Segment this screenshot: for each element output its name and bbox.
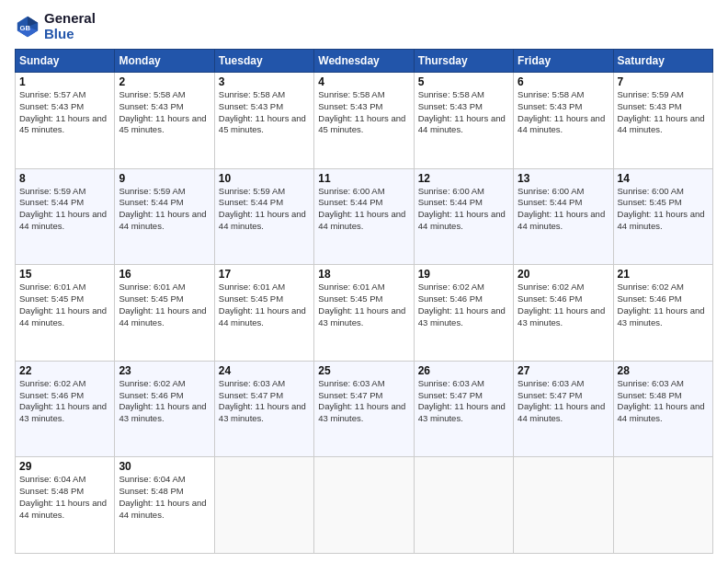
day-number: 24 [219, 364, 310, 377]
day-cell: 7 Sunrise: 5:59 AM Sunset: 5:43 PM Dayli… [613, 73, 712, 169]
cell-info: Sunrise: 5:58 AM Sunset: 5:43 PM Dayligh… [518, 89, 609, 136]
day-number: 23 [119, 364, 210, 377]
day-number: 14 [618, 172, 709, 185]
day-cell: 20 Sunrise: 6:02 AM Sunset: 5:46 PM Dayl… [514, 265, 613, 362]
day-number: 7 [618, 75, 709, 88]
day-cell: 11 Sunrise: 6:00 AM Sunset: 5:44 PM Dayl… [314, 168, 414, 265]
week-row-2: 8 Sunrise: 5:59 AM Sunset: 5:44 PM Dayli… [16, 168, 713, 265]
day-cell: 27 Sunrise: 6:03 AM Sunset: 5:47 PM Dayl… [514, 361, 613, 457]
day-cell [613, 457, 712, 554]
day-number: 16 [119, 268, 210, 281]
day-number: 19 [418, 268, 509, 281]
cell-info: Sunrise: 6:03 AM Sunset: 5:47 PM Dayligh… [219, 378, 310, 425]
cell-info: Sunrise: 6:02 AM Sunset: 5:46 PM Dayligh… [119, 378, 210, 425]
day-cell: 12 Sunrise: 6:00 AM Sunset: 5:44 PM Dayl… [414, 168, 513, 265]
cell-info: Sunrise: 5:59 AM Sunset: 5:44 PM Dayligh… [119, 186, 210, 233]
logo: GB General Blue [15, 11, 96, 41]
weekday-header-row: SundayMondayTuesdayWednesdayThursdayFrid… [16, 50, 713, 73]
cell-info: Sunrise: 5:58 AM Sunset: 5:43 PM Dayligh… [418, 89, 509, 136]
day-cell [214, 457, 313, 554]
day-cell: 2 Sunrise: 5:58 AM Sunset: 5:43 PM Dayli… [115, 73, 214, 169]
cell-info: Sunrise: 6:02 AM Sunset: 5:46 PM Dayligh… [518, 282, 609, 328]
weekday-thursday: Thursday [414, 50, 513, 73]
day-number: 21 [618, 268, 709, 281]
day-cell: 13 Sunrise: 6:00 AM Sunset: 5:44 PM Dayl… [514, 168, 613, 265]
day-number: 17 [219, 268, 310, 281]
day-number: 20 [518, 268, 609, 281]
weekday-saturday: Saturday [613, 50, 712, 73]
week-row-5: 29 Sunrise: 6:04 AM Sunset: 5:48 PM Dayl… [16, 457, 713, 554]
day-cell: 30 Sunrise: 6:04 AM Sunset: 5:48 PM Dayl… [115, 457, 214, 554]
day-cell: 14 Sunrise: 6:00 AM Sunset: 5:45 PM Dayl… [613, 168, 712, 265]
day-cell: 10 Sunrise: 5:59 AM Sunset: 5:44 PM Dayl… [214, 168, 313, 265]
cell-info: Sunrise: 6:02 AM Sunset: 5:46 PM Dayligh… [418, 282, 509, 328]
day-cell: 21 Sunrise: 6:02 AM Sunset: 5:46 PM Dayl… [613, 265, 712, 362]
logo-icon: GB [15, 14, 40, 40]
cell-info: Sunrise: 6:03 AM Sunset: 5:47 PM Dayligh… [318, 378, 409, 425]
day-cell: 28 Sunrise: 6:03 AM Sunset: 5:48 PM Dayl… [613, 361, 712, 457]
cell-info: Sunrise: 6:04 AM Sunset: 5:48 PM Dayligh… [119, 474, 210, 521]
cell-info: Sunrise: 6:03 AM Sunset: 5:47 PM Dayligh… [518, 378, 609, 425]
cell-info: Sunrise: 6:03 AM Sunset: 5:47 PM Dayligh… [418, 378, 509, 425]
day-cell: 24 Sunrise: 6:03 AM Sunset: 5:47 PM Dayl… [214, 361, 313, 457]
weekday-friday: Friday [514, 50, 613, 73]
cell-info: Sunrise: 5:58 AM Sunset: 5:43 PM Dayligh… [219, 89, 310, 136]
day-cell: 15 Sunrise: 6:01 AM Sunset: 5:45 PM Dayl… [16, 265, 115, 362]
day-cell: 9 Sunrise: 5:59 AM Sunset: 5:44 PM Dayli… [115, 168, 214, 265]
week-row-4: 22 Sunrise: 6:02 AM Sunset: 5:46 PM Dayl… [16, 361, 713, 457]
day-number: 9 [119, 172, 210, 185]
day-cell: 26 Sunrise: 6:03 AM Sunset: 5:47 PM Dayl… [414, 361, 513, 457]
cell-info: Sunrise: 5:59 AM Sunset: 5:44 PM Dayligh… [219, 186, 310, 233]
week-row-3: 15 Sunrise: 6:01 AM Sunset: 5:45 PM Dayl… [16, 265, 713, 362]
day-number: 2 [119, 75, 210, 88]
day-number: 27 [518, 364, 609, 377]
day-number: 18 [318, 268, 409, 281]
day-cell: 22 Sunrise: 6:02 AM Sunset: 5:46 PM Dayl… [16, 361, 115, 457]
weekday-monday: Monday [115, 50, 214, 73]
day-cell: 23 Sunrise: 6:02 AM Sunset: 5:46 PM Dayl… [115, 361, 214, 457]
cell-info: Sunrise: 6:04 AM Sunset: 5:48 PM Dayligh… [19, 474, 110, 521]
day-cell [514, 457, 613, 554]
day-cell: 25 Sunrise: 6:03 AM Sunset: 5:47 PM Dayl… [314, 361, 414, 457]
cell-info: Sunrise: 6:00 AM Sunset: 5:44 PM Dayligh… [418, 186, 509, 233]
cell-info: Sunrise: 6:00 AM Sunset: 5:44 PM Dayligh… [318, 186, 409, 233]
week-row-1: 1 Sunrise: 5:57 AM Sunset: 5:43 PM Dayli… [16, 73, 713, 169]
calendar-table: SundayMondayTuesdayWednesdayThursdayFrid… [15, 49, 713, 554]
day-cell: 16 Sunrise: 6:01 AM Sunset: 5:45 PM Dayl… [115, 265, 214, 362]
day-number: 12 [418, 172, 509, 185]
cell-info: Sunrise: 5:58 AM Sunset: 5:43 PM Dayligh… [318, 89, 409, 136]
cell-info: Sunrise: 6:01 AM Sunset: 5:45 PM Dayligh… [318, 282, 409, 328]
weekday-wednesday: Wednesday [314, 50, 414, 73]
weekday-sunday: Sunday [16, 50, 115, 73]
day-cell: 18 Sunrise: 6:01 AM Sunset: 5:45 PM Dayl… [314, 265, 414, 362]
day-number: 3 [219, 75, 310, 88]
day-number: 1 [19, 75, 110, 88]
day-cell: 17 Sunrise: 6:01 AM Sunset: 5:45 PM Dayl… [214, 265, 313, 362]
weekday-tuesday: Tuesday [214, 50, 313, 73]
header: GB General Blue [15, 11, 713, 41]
day-number: 5 [418, 75, 509, 88]
day-cell [414, 457, 513, 554]
day-number: 8 [19, 172, 110, 185]
day-number: 22 [19, 364, 110, 377]
cell-info: Sunrise: 6:02 AM Sunset: 5:46 PM Dayligh… [19, 378, 110, 425]
cell-info: Sunrise: 5:59 AM Sunset: 5:44 PM Dayligh… [19, 186, 110, 233]
day-cell: 1 Sunrise: 5:57 AM Sunset: 5:43 PM Dayli… [16, 73, 115, 169]
day-number: 15 [19, 268, 110, 281]
cell-info: Sunrise: 6:00 AM Sunset: 5:44 PM Dayligh… [518, 186, 609, 233]
cell-info: Sunrise: 6:01 AM Sunset: 5:45 PM Dayligh… [19, 282, 110, 328]
day-cell: 19 Sunrise: 6:02 AM Sunset: 5:46 PM Dayl… [414, 265, 513, 362]
cell-info: Sunrise: 5:59 AM Sunset: 5:43 PM Dayligh… [618, 89, 709, 136]
cell-info: Sunrise: 6:02 AM Sunset: 5:46 PM Dayligh… [618, 282, 709, 328]
day-number: 28 [618, 364, 709, 377]
day-cell: 29 Sunrise: 6:04 AM Sunset: 5:48 PM Dayl… [16, 457, 115, 554]
day-number: 25 [318, 364, 409, 377]
cell-info: Sunrise: 6:03 AM Sunset: 5:48 PM Dayligh… [618, 378, 709, 425]
day-number: 10 [219, 172, 310, 185]
cell-info: Sunrise: 6:01 AM Sunset: 5:45 PM Dayligh… [219, 282, 310, 328]
day-cell: 8 Sunrise: 5:59 AM Sunset: 5:44 PM Dayli… [16, 168, 115, 265]
day-cell [314, 457, 414, 554]
cell-info: Sunrise: 5:58 AM Sunset: 5:43 PM Dayligh… [119, 89, 210, 136]
day-cell: 4 Sunrise: 5:58 AM Sunset: 5:43 PM Dayli… [314, 73, 414, 169]
page: GB General Blue SundayMondayTuesdayWedne… [0, 0, 728, 563]
